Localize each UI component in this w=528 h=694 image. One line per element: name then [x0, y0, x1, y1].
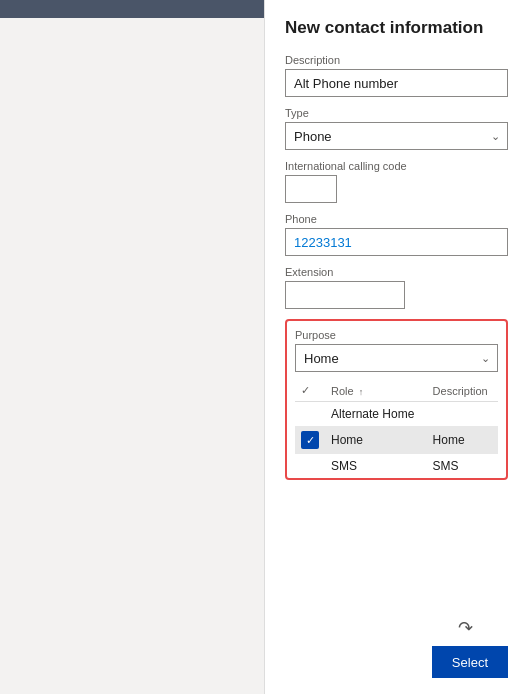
description-group: Description [285, 54, 508, 97]
select-button[interactable]: Select [432, 646, 508, 678]
table-header-row: ✓ Role ↑ Description [295, 380, 498, 402]
row-role-2: SMS [325, 454, 427, 478]
purpose-label: Purpose [295, 329, 498, 341]
right-panel: New contact information Description Type… [265, 0, 528, 694]
left-panel [0, 0, 265, 694]
type-group: Type Phone Email Address ⌄ [285, 107, 508, 150]
extension-input[interactable] [285, 281, 405, 309]
row-role-1: Home [325, 426, 427, 454]
intl-code-group: International calling code [285, 160, 508, 203]
purpose-select[interactable]: Home Business Mobile Other [295, 344, 498, 372]
left-panel-header [0, 0, 264, 18]
description-input[interactable] [285, 69, 508, 97]
row-check-1: ✓ [295, 426, 325, 454]
checked-icon: ✓ [301, 431, 319, 449]
table-row[interactable]: ✓ Home Home [295, 426, 498, 454]
table-body: Alternate Home ✓ Home Home SMS SMS [295, 402, 498, 479]
extension-label: Extension [285, 266, 508, 278]
row-desc-0 [427, 402, 498, 427]
col-role: Role ↑ [325, 380, 427, 402]
type-label: Type [285, 107, 508, 119]
row-desc-2: SMS [427, 454, 498, 478]
bottom-section: ↷ Select [285, 636, 508, 678]
row-check-2 [295, 454, 325, 478]
purpose-select-wrapper: Home Business Mobile Other ⌄ [295, 344, 498, 372]
phone-group: Phone [285, 213, 508, 256]
extension-group: Extension [285, 266, 508, 309]
col-description: Description [427, 380, 498, 402]
purpose-group: Purpose Home Business Mobile Other ⌄ [295, 329, 498, 372]
col-check: ✓ [295, 380, 325, 402]
purpose-table: ✓ Role ↑ Description Alternate Home ✓ [295, 380, 498, 478]
table-row[interactable]: SMS SMS [295, 454, 498, 478]
intl-code-label: International calling code [285, 160, 508, 172]
row-desc-1: Home [427, 426, 498, 454]
table-row[interactable]: Alternate Home [295, 402, 498, 427]
row-role-0: Alternate Home [325, 402, 427, 427]
type-select[interactable]: Phone Email Address [285, 122, 508, 150]
description-label: Description [285, 54, 508, 66]
type-select-wrapper: Phone Email Address ⌄ [285, 122, 508, 150]
phone-input[interactable] [285, 228, 508, 256]
cursor-icon: ↷ [458, 617, 473, 639]
intl-code-input[interactable] [285, 175, 337, 203]
panel-title: New contact information [285, 18, 508, 38]
purpose-section: Purpose Home Business Mobile Other ⌄ ✓ R… [285, 319, 508, 480]
row-check-0 [295, 402, 325, 427]
sort-icon: ↑ [359, 387, 364, 397]
phone-label: Phone [285, 213, 508, 225]
